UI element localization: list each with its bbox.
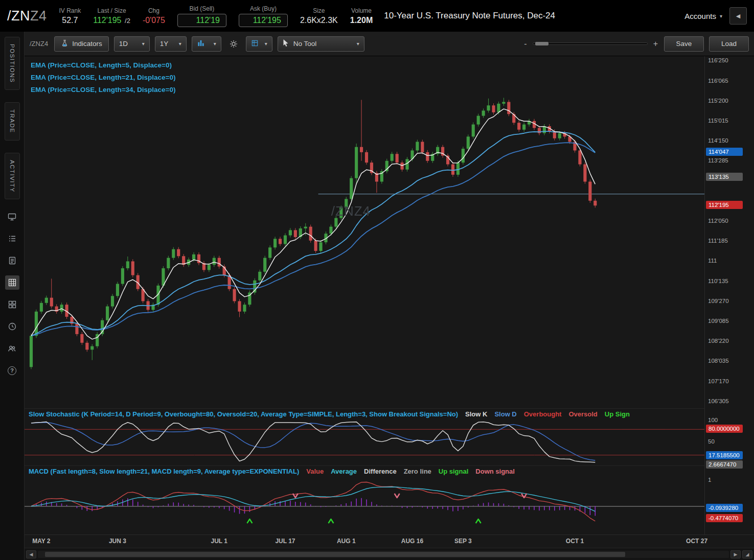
macd-study-label[interactable]: MACD (Fast length=8, Slow length=21, MAC… [29,468,299,475]
quote-value-iv-rank: 52.7 [62,16,78,25]
tv-icon[interactable] [5,209,19,224]
scroll-left-button[interactable]: ◀ [26,550,36,558]
axis-tick: 116'065 [708,78,728,84]
macd-canvas[interactable] [25,476,704,533]
save-button[interactable]: Save [664,36,704,52]
sidebar-tab-trade[interactable]: TRADE [5,102,20,140]
header-field-bid-sell: Bid (Sell)112'19 [177,5,226,27]
quote-value-last-size: 112'195 /2 [93,16,130,25]
price-chart-canvas[interactable] [25,56,704,408]
ema-study-label-2[interactable]: EMA (Price=CLOSE, Length=34, Displace=0) [31,86,175,94]
time-axis-label-jul-1: JUL 1 [211,538,227,545]
scrollbar-track[interactable] [38,551,729,558]
sidebar-tab-activity[interactable]: ACTIVITY [5,153,20,200]
legend-item-down-signal: Down signal [475,468,515,475]
stochastic-study-label[interactable]: Slow Stochastic (K Period=14, D Period=9… [29,410,458,418]
people-icon[interactable] [5,341,19,356]
chart-toolbar: /ZNZ4 Indicators 1D ▾ 1Y ▾ ▾ [25,32,754,56]
left-gadget-bar: POSITIONSTRADEACTIVITY ? [0,32,25,560]
scrollbar-thumb[interactable] [45,552,626,557]
legend-item-slow-k: Slow K [465,410,487,418]
arrow-left-icon: ◀ [30,552,33,557]
quote-value-ask-buy[interactable]: 112'195 [239,14,288,27]
load-button[interactable]: Load [709,36,749,52]
stochastic-panel: Slow Stochastic (K Period=14, D Period=9… [25,409,704,466]
range-value: 1Y [160,40,169,48]
axis-tick: 109'085 [708,318,729,324]
chart-icon[interactable] [5,275,19,290]
axis-badge: 2.6667470 [706,460,743,469]
axis-tick: 1 [708,477,711,483]
candlestick-chart-icon [197,39,205,49]
axis-tick: 112'050 [708,218,728,224]
collapse-panel-button[interactable]: ◀ [729,7,747,25]
sidebar-icons: ? [5,209,19,378]
axis-badge: 112'195 [706,201,743,209]
help-icon[interactable]: ? [5,363,19,378]
sidebar-tabs: POSITIONSTRADEACTIVITY [5,37,20,199]
legend-item-oversold: Oversold [568,410,597,418]
axis-tick: 113'285 [708,157,728,164]
tool-value: No Tool [293,40,317,48]
chart-type-select[interactable]: ▾ [192,36,221,52]
accounts-label: Accounts [684,12,716,20]
stochastic-canvas[interactable] [25,419,704,465]
time-axis-label-jul-17: JUL 17 [275,538,295,545]
axis-badge: -0.0939280 [706,504,743,512]
list-icon[interactable] [5,231,19,246]
header-field-size: Size2.6Kx2.3K [300,7,338,25]
legend-item-slow-d: Slow D [494,410,516,418]
chart-watermark: /ZNZ4 [331,203,371,219]
time-axis-label-aug-1: AUG 1 [337,538,356,545]
chart-style-select[interactable]: ▾ [246,36,272,52]
ema-study-label-0[interactable]: EMA (Price=CLOSE, Length=5, Displace=0) [31,61,175,69]
timeframe-select[interactable]: 1D ▾ [114,36,150,52]
accounts-dropdown[interactable]: Accounts ▾ [684,12,722,20]
drawing-tool-select[interactable]: No Tool ▾ [278,36,364,52]
zoom-in-button[interactable]: + [652,39,659,49]
cursor-icon [283,39,289,49]
zoom-slider[interactable] [533,42,648,45]
axis-badge: 114'047 [706,148,743,156]
sidebar-tab-positions[interactable]: POSITIONS [5,37,20,90]
arrow-right-icon: ▶ [734,552,738,557]
main-chart-panel: EMA (Price=CLOSE, Length=5, Displace=0)E… [25,56,704,409]
clock-icon[interactable] [5,319,19,334]
tasks-icon[interactable] [5,253,19,268]
quote-fields: IV Rank52.7Last / Size112'195 /2Chg-0'07… [59,5,373,27]
axis-tick: 116'250 [708,57,728,63]
zoom-control: - + [523,39,659,49]
axis-tick: 106'305 [708,398,729,404]
chevron-down-icon: ▾ [720,13,722,19]
zoom-slider-thumb[interactable] [535,42,549,45]
chart-settings-gear-icon[interactable] [226,36,241,52]
range-select[interactable]: 1Y ▾ [155,36,187,52]
chevron-down-icon: ▾ [357,41,359,46]
chevron-down-icon: ▾ [179,41,181,46]
price-axis: 116'250116'065115'200115'015114'150113'2… [704,56,754,534]
scroll-right-button[interactable]: ▶ [730,550,741,558]
main-area: POSITIONSTRADEACTIVITY ? /ZNZ4 Indicator… [0,32,754,560]
legend-item-difference: Difference [364,468,397,475]
symbol-title: /ZNZ4 [7,8,47,24]
axis-tick: 111 [708,258,717,264]
indicators-label: Indicators [72,40,102,48]
chart-symbol-label: /ZNZ4 [30,40,48,48]
legend-item-average: Average [331,468,357,475]
chevron-down-icon: ▾ [214,41,216,46]
axis-tick: 115'015 [708,118,728,124]
zoom-out-button[interactable]: - [523,39,528,49]
macd-panel: MACD (Fast length=8, Slow length=21, MAC… [25,466,704,534]
quote-value-bid-sell[interactable]: 112'19 [177,14,226,27]
macd-label-row: MACD (Fast length=8, Slow length=21, MAC… [29,468,703,475]
grid-icon[interactable] [5,297,19,312]
contract-title: 10-Year U.S. Treasury Note Futures, Dec-… [384,11,555,21]
scrollbar-corner-button[interactable]: ◢ [742,550,752,558]
header-field-volume: Volume1.20M [350,7,373,25]
chevron-down-icon: ▾ [265,41,267,46]
axis-tick: 50 [708,438,715,445]
ema-study-label-1[interactable]: EMA (Price=CLOSE, Length=21, Displace=0) [31,74,175,81]
time-axis-label-aug-16: AUG 16 [401,538,423,545]
indicators-button[interactable]: Indicators [54,36,109,52]
quote-label-bid-sell: Bid (Sell) [190,5,215,12]
